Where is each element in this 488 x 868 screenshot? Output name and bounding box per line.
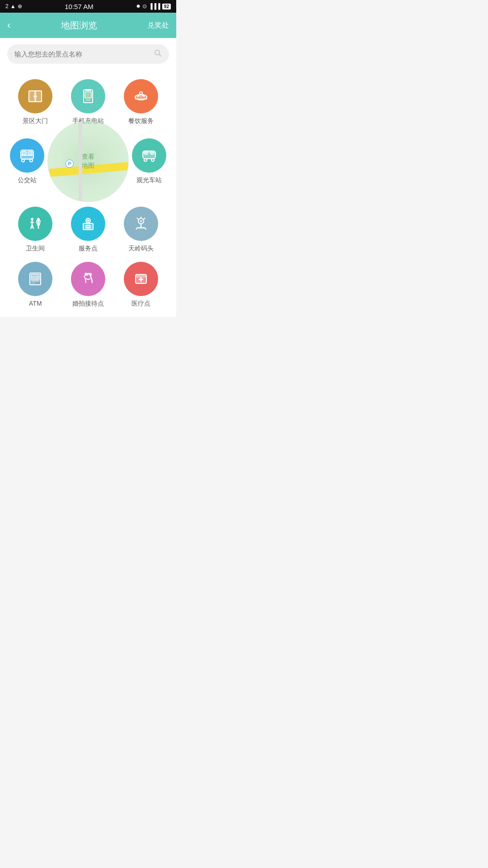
svg-point-0 [155, 50, 160, 55]
wedding-item[interactable]: 婚拍接待点 [70, 262, 106, 308]
svg-point-26 [144, 159, 147, 161]
wifi-icon: ⊙ [142, 3, 147, 9]
atm-label: ATM [29, 300, 42, 307]
sightseeing-circle [132, 138, 166, 173]
medical-circle [124, 262, 158, 296]
back-button[interactable]: ‹ [7, 19, 10, 31]
status-right: ✸ ⊙ ▐▐▐ 92 [136, 3, 171, 9]
svg-rect-11 [85, 99, 91, 101]
restroom-label: 卫生间 [26, 245, 45, 253]
atm-item[interactable]: ATM ATM [17, 262, 53, 307]
header: ‹ 地图浏览 兑奖处 [0, 13, 176, 38]
dock-label: 天岭码头 [128, 245, 154, 253]
search-input[interactable] [14, 50, 154, 58]
dining-circle [124, 79, 158, 113]
svg-point-28 [31, 218, 33, 221]
svg-rect-24 [144, 152, 148, 155]
gate-circle [18, 79, 52, 113]
svg-line-49 [136, 228, 137, 230]
svg-text:ATM: ATM [32, 275, 39, 278]
svg-rect-55 [31, 283, 36, 283]
svg-point-58 [89, 273, 92, 276]
status-bar: 2 ▲ ⊕ 10:57 AM ✸ ⊙ ▐▐▐ 92 [0, 0, 176, 13]
svg-line-34 [32, 225, 33, 229]
medical-item[interactable]: 医疗点 [123, 262, 159, 308]
battery-level: 92 [162, 4, 171, 9]
location-icon: ▲ [10, 3, 16, 9]
redeem-button[interactable]: 兑奖处 [147, 21, 169, 30]
map-content: P 查看地图 [48, 121, 128, 202]
bluetooth-icon: ✸ [136, 3, 141, 9]
svg-point-5 [33, 96, 35, 97]
svg-rect-8 [85, 89, 91, 91]
charging-circle: ⚡ [71, 79, 105, 113]
dock-item[interactable]: 天岭码头 [123, 207, 159, 253]
page-title: 地图浏览 [61, 19, 97, 32]
restroom-item[interactable]: 卫生间 [17, 207, 53, 253]
android-icon: ⊕ [18, 3, 22, 9]
dining-item[interactable]: 餐饮服务 [123, 79, 159, 125]
status-time: 10:57 AM [65, 3, 93, 10]
dock-circle [124, 207, 158, 241]
restroom-circle [18, 207, 52, 241]
signal-icon: ▐▐▐ [149, 3, 160, 9]
medical-label: 医疗点 [131, 300, 150, 308]
svg-line-1 [159, 54, 161, 56]
sightseeing-label: 观光车站 [136, 176, 162, 184]
bus-circle [10, 138, 44, 173]
svg-point-39 [87, 220, 89, 222]
svg-rect-54 [31, 280, 39, 282]
svg-line-45 [137, 218, 138, 219]
grid-area: 景区大门 ⚡ 手机充电站 [0, 70, 176, 317]
last-row: ATM ATM 婚拍接待点 [0, 253, 176, 308]
wedding-circle [71, 262, 105, 296]
sightseeing-item[interactable]: 观光车站 [131, 138, 167, 184]
top-row: 景区大门 ⚡ 手机充电站 [0, 75, 176, 125]
svg-point-6 [36, 96, 37, 97]
svg-point-27 [151, 159, 154, 161]
bus-item[interactable]: 公交站 [9, 138, 45, 184]
svg-rect-25 [150, 152, 154, 155]
service-item[interactable]: 服务点 [70, 207, 106, 253]
svg-point-21 [30, 159, 33, 162]
map-road-vertical [79, 121, 82, 202]
svg-rect-63 [137, 283, 145, 284]
map-bg [48, 121, 128, 202]
atm-circle: ATM [18, 262, 52, 296]
svg-line-50 [145, 228, 146, 230]
gate-item[interactable]: 景区大门 [17, 79, 53, 125]
svg-point-20 [22, 159, 24, 162]
dining-label: 餐饮服务 [128, 117, 154, 125]
status-left: 2 ▲ ⊕ [5, 3, 22, 9]
map-preview[interactable]: P 查看地图 [47, 121, 129, 202]
charging-item[interactable]: ⚡ 手机充电站 [70, 79, 106, 125]
service-circle [71, 207, 105, 241]
search-container [0, 38, 176, 70]
svg-line-46 [144, 218, 145, 219]
service-label: 服务点 [79, 245, 98, 253]
search-bar[interactable] [7, 44, 169, 64]
wedding-label: 婚拍接待点 [72, 300, 104, 308]
gate-label: 景区大门 [23, 117, 48, 125]
search-icon [154, 49, 162, 59]
middle-row: 公交站 P 查看地图 [0, 121, 176, 202]
svg-rect-18 [28, 151, 32, 155]
svg-rect-17 [22, 151, 26, 155]
svg-rect-60 [136, 274, 146, 278]
third-row: 卫生间 服务点 [0, 202, 176, 253]
svg-text:⚡: ⚡ [85, 93, 91, 99]
notification-badge: 2 [5, 3, 9, 9]
bus-label: 公交站 [18, 176, 37, 184]
svg-point-43 [140, 220, 142, 222]
svg-point-14 [140, 92, 142, 94]
